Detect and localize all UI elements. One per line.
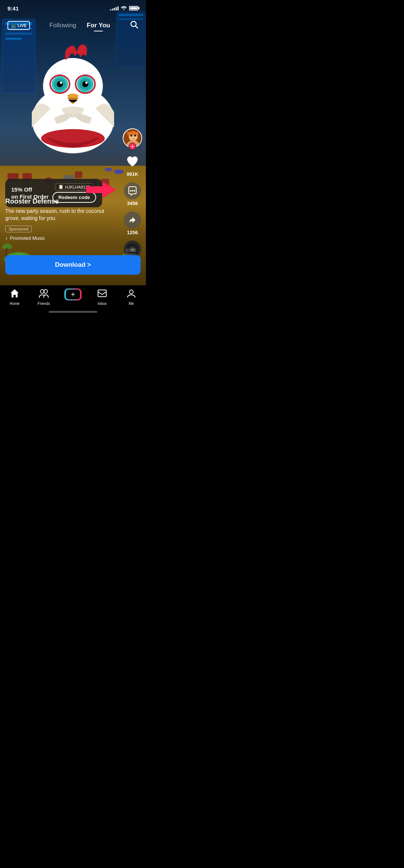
svg-point-24: [130, 190, 131, 192]
comment-count: 3456: [127, 201, 138, 206]
tab-following[interactable]: Following: [49, 22, 76, 29]
svg-point-11: [82, 81, 88, 87]
inbox-icon: [97, 288, 107, 300]
search-button[interactable]: [129, 20, 138, 31]
status-time: 9:41: [7, 5, 19, 12]
svg-marker-17: [87, 182, 115, 198]
copy-icon: 📋: [58, 184, 64, 189]
home-label: Home: [10, 302, 20, 306]
tv-icon: 📺: [11, 23, 16, 28]
create-plus-icon: +: [66, 290, 80, 299]
svg-point-26: [134, 190, 135, 192]
video-description: The new party season, rush to the coconu…: [5, 208, 120, 222]
comment-button[interactable]: [124, 182, 141, 199]
follow-plus-button[interactable]: +: [129, 143, 136, 150]
status-icons: [110, 6, 138, 11]
red-arrow-indicator: [86, 180, 116, 199]
svg-point-12: [60, 82, 62, 84]
status-bar: 9:41: [0, 0, 146, 16]
svg-point-37: [129, 290, 133, 294]
music-label: Promoted Music: [10, 235, 45, 241]
nav-me[interactable]: Me: [117, 288, 146, 306]
svg-text:SOME: SOME: [126, 248, 137, 253]
inbox-label: Inbox: [98, 302, 107, 306]
live-button[interactable]: 📺 LIVE: [7, 21, 30, 30]
friends-icon: [39, 288, 49, 300]
comment-action[interactable]: 3456: [124, 182, 141, 206]
svg-point-25: [132, 190, 133, 192]
home-indicator: [49, 311, 97, 313]
svg-rect-36: [98, 290, 106, 297]
right-sidebar: + 991K 3456 1256: [123, 128, 142, 258]
signal-bars-icon: [110, 6, 119, 10]
top-nav: 📺 LIVE Following For You: [0, 16, 146, 34]
me-icon: [126, 288, 136, 300]
wifi-icon: [121, 6, 127, 11]
svg-point-10: [57, 81, 63, 87]
svg-point-13: [85, 82, 88, 84]
live-label: LIVE: [18, 23, 27, 28]
sponsored-badge: Sponsored: [5, 226, 32, 232]
tab-for-you[interactable]: For You: [87, 22, 110, 29]
battery-icon: [129, 6, 138, 10]
nav-create[interactable]: +: [58, 288, 88, 300]
creator-avatar-container[interactable]: +: [123, 128, 142, 148]
like-button[interactable]: [124, 153, 141, 170]
nav-friends[interactable]: Friends: [29, 288, 58, 306]
share-action[interactable]: 1256: [124, 211, 141, 235]
like-action[interactable]: 991K: [124, 153, 141, 177]
like-count: 991K: [126, 171, 138, 177]
share-count: 1256: [127, 230, 138, 235]
svg-line-1: [135, 26, 138, 28]
music-info: ♪ Promoted Music: [5, 235, 120, 241]
home-icon: [10, 288, 19, 300]
friends-label: Friends: [37, 302, 50, 306]
video-info: Rooster Defense The new party season, ru…: [5, 198, 120, 241]
rooster-character: [17, 22, 129, 153]
nav-inbox[interactable]: Inbox: [88, 288, 117, 306]
create-button[interactable]: +: [64, 288, 82, 300]
download-button[interactable]: Download >: [5, 255, 141, 275]
nav-tabs: Following For You: [49, 22, 110, 29]
me-label: Me: [129, 302, 134, 306]
music-note-icon: ♪: [5, 235, 8, 241]
share-button[interactable]: [124, 211, 141, 229]
nav-home[interactable]: Home: [0, 288, 29, 306]
video-title: Rooster Defense: [5, 198, 120, 205]
